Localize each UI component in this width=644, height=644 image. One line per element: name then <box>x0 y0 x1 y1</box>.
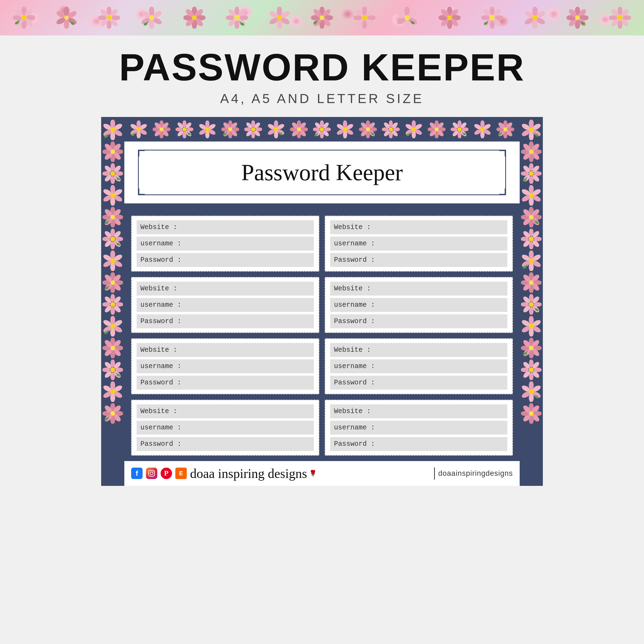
svg-point-225 <box>110 302 115 307</box>
svg-rect-562 <box>149 470 155 476</box>
left-floral-border <box>101 117 124 486</box>
svg-point-447 <box>228 127 232 131</box>
username-field-label: username : <box>137 359 314 373</box>
doc-script-title: Password Keeper <box>241 160 403 185</box>
svg-point-84 <box>362 15 367 20</box>
password-field-label: Password : <box>137 314 314 328</box>
flower-icon <box>269 7 290 29</box>
svg-point-205 <box>110 258 115 263</box>
svg-point-317 <box>529 215 534 219</box>
svg-point-243 <box>110 346 115 350</box>
svg-point-364 <box>529 324 534 329</box>
side-flower-icon <box>521 294 541 315</box>
side-flower-icon <box>103 120 123 140</box>
website-field-label: Website : <box>330 282 507 296</box>
doc-header-flower-icon <box>336 121 354 138</box>
flower-icon <box>439 7 461 29</box>
side-flower-icon <box>521 229 541 249</box>
facebook-icon: f <box>131 468 143 479</box>
website-field-label: Website : <box>137 343 314 357</box>
side-flower-icon <box>521 251 541 271</box>
password-field-label: Password : <box>330 253 507 267</box>
password-field-label: Password : <box>137 376 314 390</box>
svg-point-129 <box>575 15 580 20</box>
svg-point-391 <box>529 389 534 394</box>
side-flower-icon <box>521 207 541 227</box>
svg-point-420 <box>160 127 163 131</box>
svg-point-214 <box>110 280 115 285</box>
side-flower-icon <box>521 142 541 162</box>
doc-header-flower-icon <box>405 121 423 138</box>
side-flower-icon <box>103 207 123 227</box>
side-flower-icon <box>103 403 123 424</box>
flower-icon <box>183 7 205 29</box>
svg-point-64 <box>277 15 282 20</box>
doc-header-flower-icon <box>428 121 446 138</box>
side-flower-icon <box>103 142 123 162</box>
flower-icon <box>609 7 631 29</box>
right-floral-border <box>520 117 543 486</box>
svg-point-346 <box>529 280 534 285</box>
username-field-label: username : <box>137 237 314 251</box>
svg-point-328 <box>529 237 534 242</box>
svg-point-102 <box>447 15 452 20</box>
password-row-1: Website : username : Password : Website … <box>131 216 513 272</box>
side-flower-icon <box>103 163 123 184</box>
side-flower-icon <box>103 381 123 402</box>
page-title: PASSWORD KEEPER <box>16 46 628 88</box>
svg-point-521 <box>412 127 416 131</box>
password-field-label: Password : <box>330 314 507 328</box>
side-flower-icon <box>521 338 541 358</box>
svg-point-550 <box>480 127 485 131</box>
username-field-label: username : <box>330 237 507 251</box>
side-flower-icon <box>521 381 541 402</box>
svg-point-494 <box>343 127 347 131</box>
svg-point-290 <box>529 149 534 154</box>
side-flower-icon <box>521 185 541 206</box>
flower-icon <box>567 7 588 29</box>
svg-point-279 <box>529 128 534 133</box>
main-header: PASSWORD KEEPER A4, A5 AND LETTER SIZE <box>0 35 644 117</box>
password-entry: Website : username : Password : <box>325 216 513 272</box>
page-subtitle: A4, A5 AND LETTER SIZE <box>16 91 628 106</box>
flower-icon <box>354 7 375 29</box>
doc-header-flower-icon <box>359 121 377 138</box>
svg-point-476 <box>297 127 301 131</box>
flower-icon <box>481 7 503 29</box>
svg-point-167 <box>110 171 115 176</box>
side-flower-icon <box>103 338 123 358</box>
svg-point-91 <box>405 15 410 20</box>
title-box: Password Keeper <box>138 150 506 195</box>
side-flower-icon <box>103 294 123 315</box>
pinterest-icon: P <box>161 468 172 479</box>
flower-icon <box>56 7 77 29</box>
svg-point-503 <box>366 127 370 131</box>
password-field-label: Password : <box>137 253 314 267</box>
svg-point-252 <box>110 368 115 372</box>
svg-point-120 <box>532 15 537 20</box>
password-entries-container: Website : username : Password : Website … <box>124 210 520 461</box>
doc-header-flower-icon <box>290 121 308 138</box>
flower-icon <box>141 7 162 29</box>
svg-point-384 <box>529 368 534 372</box>
side-flower-icon <box>521 360 541 380</box>
instagram-icon <box>146 468 157 479</box>
side-flower-icon <box>521 403 541 424</box>
doc-header-flower-icon <box>451 121 468 138</box>
password-entry: Website : username : Password : <box>131 216 319 272</box>
password-row-4: Website : username : Password : Website … <box>131 400 513 456</box>
divider <box>434 467 435 480</box>
svg-point-541 <box>458 127 462 131</box>
password-entry: Website : username : Password : <box>325 400 513 456</box>
doc-header-flower-icon <box>198 121 216 138</box>
password-row-3: Website : username : Password : Website … <box>131 338 513 394</box>
svg-point-564 <box>153 471 154 472</box>
flower-icon <box>396 7 418 29</box>
side-flower-icon <box>521 316 541 336</box>
svg-point-402 <box>529 411 534 416</box>
password-entry: Website : username : Password : <box>131 338 319 394</box>
password-row-2: Website : username : Password : Website … <box>131 277 513 333</box>
side-flower-icon <box>103 229 123 249</box>
side-flower-icon <box>103 316 123 336</box>
svg-point-261 <box>110 389 115 394</box>
